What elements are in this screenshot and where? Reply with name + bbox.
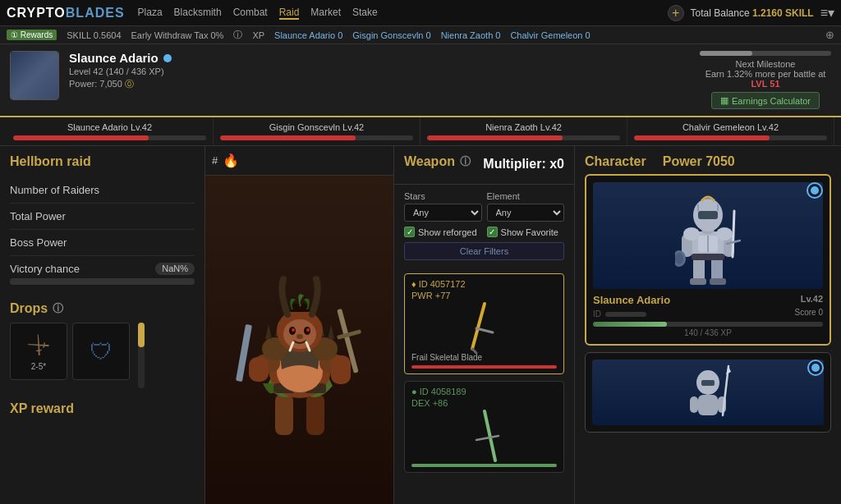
char-element-dot-2 [811, 364, 820, 372]
weapon-item-2[interactable]: ● ID 4058189 DEX +86 [404, 381, 564, 473]
tax-text: Early Withdraw Tax 0% [131, 30, 224, 40]
milestone-section: Next Milestone Earn 1.32% more per battl… [700, 51, 831, 109]
victory-badge: NaN% [155, 263, 195, 275]
char-tab-3[interactable]: Nienra Zaoth Lv.42 [420, 117, 627, 145]
xp-link-1[interactable]: Slaunce Adario 0 [274, 30, 342, 40]
xp-link-4[interactable]: Chalvir Gemeleon 0 [510, 30, 590, 40]
balance-amount: 1.2160 SKILL [752, 7, 814, 19]
char-tab-3-name: Nienra Zaoth Lv.42 [485, 122, 562, 132]
nav-market[interactable]: Market [310, 7, 341, 20]
drop-item-sword[interactable]: ⚔ 2-5* [10, 323, 67, 380]
svg-rect-34 [690, 278, 706, 285]
nav-right: + Total Balance 1.2160 SKILL ≡▾ [668, 5, 834, 21]
menu-icon[interactable]: ≡▾ [820, 5, 834, 21]
char-tab-2-name: Gisgin Gonscevln Lv.42 [269, 122, 364, 132]
milestone-title: Next Milestone [705, 59, 826, 69]
element-indicator [163, 54, 172, 62]
char-tab-1-bar [13, 135, 206, 140]
xp-link-2[interactable]: Gisgin Gonscevln 0 [352, 30, 430, 40]
clear-filters-button[interactable]: Clear Filters [404, 242, 564, 260]
nav-combat[interactable]: Combat [233, 7, 268, 20]
drops-info-icon[interactable]: ⓘ [53, 301, 63, 316]
char-name: Slaunce Adario [69, 51, 673, 65]
char-tab-3-fill [427, 135, 563, 140]
svg-rect-1 [306, 394, 324, 435]
char-card-1[interactable]: Slaunce Adario Lv.42 ID Score 0 140 / 43… [585, 174, 831, 346]
char-card-2[interactable] [585, 352, 831, 433]
element-select[interactable]: Any [487, 204, 565, 222]
weapon-title: Weapon ⓘ [404, 154, 471, 169]
earnings-calculator-button[interactable]: ▦ Earnings Calculator [711, 92, 820, 109]
char-tab-3-bar [427, 135, 620, 140]
char-element-dot-1 [811, 186, 819, 195]
xp-link-3[interactable]: Nienra Zaoth 0 [441, 30, 501, 40]
milestone-level: LVL 51 [705, 79, 826, 89]
reforged-label: Show reforged [418, 227, 477, 237]
drops-title-text: Drops [10, 301, 48, 316]
weapon-header: Weapon ⓘ Multiplier: x0 [394, 146, 574, 185]
nav-plaza[interactable]: Plaza [138, 7, 163, 20]
weapon-item-1[interactable]: ♦ ID 4057172 PWR +77 Frail Skeletal Blad… [404, 273, 564, 374]
knight-svg [675, 186, 741, 285]
nav-blacksmith[interactable]: Blacksmith [174, 7, 222, 20]
calculator-icon: ▦ [720, 95, 728, 106]
show-reforged-checkbox[interactable]: ✓ Show reforged [404, 227, 477, 237]
raid-stats: Number of Raiders Total Power Boss Power… [0, 174, 205, 295]
stars-label: Stars [404, 191, 482, 201]
milestone-bar [700, 51, 831, 56]
victory-label: Victory chance NaN% [10, 263, 195, 275]
knight-svg-2 [683, 362, 733, 424]
svg-marker-16 [265, 324, 272, 339]
weapon-id-2-text: ID 4058189 [420, 387, 466, 396]
checkbox-row: ✓ Show reforged ✓ Show Favorite [404, 227, 564, 237]
logo[interactable]: CRYPTOBLADES [7, 6, 125, 21]
svg-point-42 [675, 253, 683, 264]
svg-point-47 [716, 227, 733, 241]
char-tab-2-fill [220, 135, 356, 140]
fire-icon: 🔥 [223, 153, 239, 168]
char-tab-2[interactable]: Gisgin Gonscevln Lv.42 [214, 117, 420, 145]
power-icon: ⓪ [125, 79, 134, 89]
multiplier-text: Multiplier: [483, 157, 545, 171]
xp-reward-section: XP reward [0, 395, 205, 419]
right-header: Character Power 7050 [575, 146, 841, 174]
svg-rect-53 [698, 395, 718, 415]
sword-drop-icon: ⚔ [21, 328, 55, 362]
char-id-text: ID [593, 309, 601, 318]
char-card-image-1 [593, 182, 823, 289]
nav-raid[interactable]: Raid [279, 7, 300, 20]
char-tab-1[interactable]: Slaunce Adario Lv.42 [7, 117, 214, 145]
right-panel: Character Power 7050 [575, 146, 841, 504]
id-bar [605, 312, 646, 317]
char-card-meta: ID Score 0 [593, 308, 823, 318]
reforged-checkbox-box: ✓ [404, 227, 415, 237]
rewards-bar: ① Rewards SKILL 0.5604 Early Withdraw Ta… [0, 26, 841, 44]
char-power-text: Power: 7,050 [69, 79, 122, 89]
weapon-img-2 [411, 411, 557, 460]
rewards-badge[interactable]: ① Rewards [7, 30, 57, 40]
weapon-title-text: Weapon [404, 154, 455, 169]
svg-line-27 [472, 304, 485, 349]
raid-title: Hellborn raid [0, 146, 205, 174]
balance-add-button[interactable]: + [668, 5, 684, 21]
boss-panel: # 🔥 [205, 146, 394, 504]
weapon-info-icon[interactable]: ⓘ [460, 154, 471, 169]
show-favorite-checkbox[interactable]: ✓ Show Favorite [487, 227, 558, 237]
char-name-text: Slaunce Adario [69, 51, 159, 65]
drop-item-shield[interactable]: 🛡 [72, 323, 130, 380]
char-tab-1-name: Slaunce Adario Lv.42 [67, 122, 152, 132]
char-tab-1-fill [13, 135, 149, 140]
sword-svg-2 [464, 407, 505, 465]
power-section-title: Power 7050 [663, 154, 735, 169]
drops-scroll-thumb [138, 323, 145, 347]
svg-line-44 [733, 211, 734, 257]
stat-raiders: Number of Raiders [10, 177, 195, 204]
drops-scrollbar[interactable] [138, 323, 145, 388]
char-power: Power: 7,050 ⓪ [69, 78, 673, 90]
xp-label: XP [252, 30, 264, 40]
char-tab-4-bar [634, 135, 827, 140]
expand-icon[interactable]: ⊕ [825, 29, 834, 41]
nav-stake[interactable]: Stake [352, 7, 378, 20]
stars-select[interactable]: Any [404, 204, 482, 222]
char-tab-4[interactable]: Chalvir Gemeleon Lv.42 [627, 117, 834, 145]
